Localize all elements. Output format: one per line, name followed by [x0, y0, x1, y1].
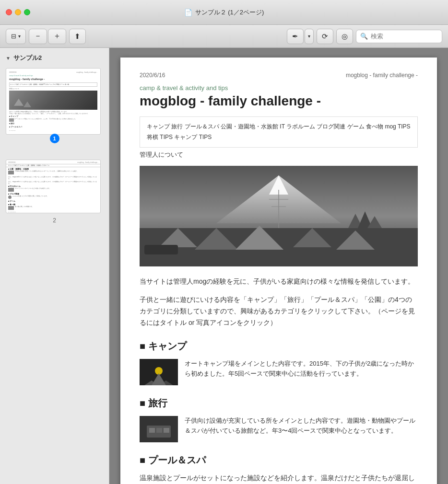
- doc-travel-title: ■ 旅行: [140, 395, 418, 411]
- travel-thumbnail: [140, 416, 178, 442]
- doc-intro2: 子供と一緒に遊びにいける内容を「キャンプ」「旅行」「プール＆スパ」「公園」の4つ…: [140, 294, 418, 328]
- zoom-out-button[interactable]: －: [29, 29, 47, 44]
- dropdown-icon: ▾: [18, 34, 21, 39]
- doc-meta: 2020/6/16 mogblog - family challenge -: [140, 72, 418, 79]
- minimize-button[interactable]: [15, 9, 21, 15]
- rotate-button[interactable]: ⟳: [317, 29, 333, 44]
- doc-intro1: 当サイトは管理人mogの経験を元に、子供がいる家庭向けの様々な情報を発信していま…: [140, 276, 418, 288]
- doc-travel-item: 子供向け設備が充実している所をメインとした内容です。遊園地・動物園やプール＆スパ…: [140, 416, 418, 442]
- find-button[interactable]: ◎: [336, 29, 353, 44]
- window-title: 📄 サンプル２ (1／2ページ): [184, 8, 264, 17]
- page-1-badge: 1: [50, 134, 59, 143]
- doc-title: mogblog - family challenge -: [140, 93, 418, 109]
- doc-body: 当サイトは管理人mogの経験を元に、子供がいる家庭向けの様々な情報を発信していま…: [140, 276, 418, 484]
- doc-subtitle: camp & travel & activity and tips: [140, 84, 418, 92]
- main-area: ▼ サンプル2 2020/6/16 mogblog - family chall…: [0, 48, 448, 484]
- pen-button[interactable]: ✒: [287, 29, 304, 44]
- toolbar-left-group: ⊟ ▾: [6, 29, 26, 44]
- page-2-label: 2: [0, 215, 109, 228]
- search-box[interactable]: 🔍: [356, 30, 442, 43]
- doc-camp-title: ■ キャンプ: [140, 338, 418, 354]
- svg-rect-26: [164, 428, 169, 433]
- doc-site-name: mogblog - family challenge -: [346, 72, 418, 79]
- search-icon: 🔍: [360, 33, 368, 40]
- zoom-in-button[interactable]: ＋: [48, 29, 66, 44]
- svg-rect-9: [144, 245, 178, 254]
- svg-rect-25: [156, 428, 162, 433]
- zoom-group: － ＋: [29, 29, 66, 44]
- camp-thumbnail: [140, 359, 178, 385]
- document-icon: 📄: [184, 9, 192, 16]
- close-button[interactable]: [6, 9, 12, 15]
- camp-text: オートキャンプ場をメインとした内容です。2015年、下の子供が2歳になった時から…: [185, 359, 418, 385]
- share-button[interactable]: ⬆: [69, 29, 86, 44]
- doc-date: 2020/6/16: [140, 72, 165, 79]
- sidebar-title: ▼ サンプル2: [0, 52, 109, 66]
- doc-pool-section: ■ プール＆スパ 温泉施設とプールがセットになった施設などを紹介します。温泉だけ…: [140, 452, 418, 484]
- document-page: 2020/6/16 mogblog - family challenge - c…: [120, 58, 437, 484]
- sidebar-icon: ⊟: [11, 33, 16, 40]
- sidebar: ▼ サンプル2 2020/6/16 mogblog - family chall…: [0, 48, 109, 484]
- doc-pool-text: 温泉施設とプールがセットになった施設などを紹介します。温泉だけだと子供たちが退屈…: [140, 473, 418, 484]
- toolbar: ⊟ ▾ － ＋ ⬆ ✒ ▾ ⟳ ◎ 🔍: [0, 25, 448, 48]
- doc-pool-title: ■ プール＆スパ: [140, 452, 418, 468]
- pen-dropdown[interactable]: ▾: [305, 29, 314, 44]
- doc-camp-item: オートキャンプ場をメインとした内容です。2015年、下の子供が2歳になった時から…: [140, 359, 418, 385]
- sidebar-toggle-button[interactable]: ⊟ ▾: [6, 29, 26, 44]
- pen-group: ✒ ▾: [287, 29, 314, 44]
- doc-manage: 管理人について: [140, 150, 418, 159]
- svg-rect-24: [149, 428, 155, 433]
- doc-nav: キャンプ 旅行 プール＆スパ 公園・遊園地・水族館 IT ラボルーム ブログ関連…: [140, 116, 418, 148]
- page-2-thumbnail[interactable]: 2020/6/16 mogblog - family challenge - キ…: [6, 160, 103, 213]
- traffic-lights: [6, 9, 30, 15]
- page-1-thumbnail[interactable]: 2020/6/16 mogblog - family challenge - c…: [6, 68, 103, 135]
- page-1-thumb-image: 2020/6/16 mogblog - family challenge - c…: [6, 68, 101, 135]
- svg-rect-10: [389, 242, 418, 254]
- fullscreen-button[interactable]: [24, 9, 30, 15]
- page-2-thumb-image: 2020/6/16 mogblog - family challenge - キ…: [6, 160, 101, 213]
- chevron-down-icon: ▼: [6, 56, 11, 61]
- doc-hero-image: [140, 166, 418, 266]
- titlebar: 📄 サンプル２ (1／2ページ): [0, 0, 448, 25]
- document-view[interactable]: 2020/6/16 mogblog - family challenge - c…: [109, 48, 448, 484]
- search-input[interactable]: [371, 33, 438, 40]
- travel-text: 子供向け設備が充実している所をメインとした内容です。遊園地・動物園やプール＆スパ…: [185, 416, 418, 442]
